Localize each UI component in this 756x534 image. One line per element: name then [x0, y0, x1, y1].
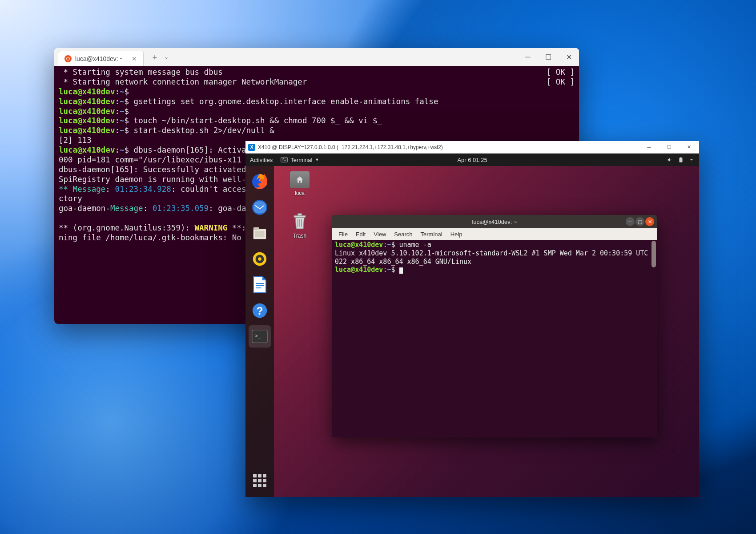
output-line: ** (org.gnome.Nautilus:359):: [59, 223, 195, 232]
maximize-button[interactable]: ☐: [538, 48, 559, 66]
tab-dropdown-icon[interactable]: ⌄: [161, 54, 171, 60]
output-line: Linux x410dev 5.10.102.1-microsoft-stand…: [335, 249, 656, 257]
dock-thunderbird[interactable]: [249, 196, 271, 218]
output-line: 000 pid=181 comm="/usr/libexec/ibus-x11 …: [59, 155, 251, 164]
prompt-user: luca@x410dev: [335, 266, 383, 274]
system-tray[interactable]: [667, 157, 695, 163]
dock-help[interactable]: ?: [249, 299, 271, 322]
menu-file[interactable]: File: [335, 230, 351, 239]
svg-point-7: [258, 257, 261, 261]
help-icon: ?: [251, 302, 268, 319]
menu-help[interactable]: Help: [447, 230, 466, 239]
dock-firefox[interactable]: [249, 170, 271, 193]
x410-window: X X410 @ DISPLAY=127.0.0.1:0.0 (+172.21.…: [245, 141, 699, 497]
dock-show-apps[interactable]: [249, 469, 271, 492]
app-menu[interactable]: Terminal ▼: [281, 157, 319, 163]
output-line: : goa-da: [209, 204, 246, 213]
gnome-terminal-window: luca@x410dev: ~ ─ ▢ ✕ File Edit View Sea…: [332, 215, 657, 437]
firefox-icon: [251, 173, 269, 190]
dock-rhythmbox[interactable]: [249, 248, 271, 270]
chevron-down-icon: [688, 157, 695, 163]
minimize-button[interactable]: ─: [639, 141, 659, 154]
activities-button[interactable]: Activities: [250, 157, 273, 163]
output-line: * Starting system message bus dbus: [59, 68, 223, 77]
chevron-down-icon: ▼: [315, 158, 319, 162]
log-warning: WARNING: [195, 223, 228, 232]
prompt-path: ~: [387, 241, 391, 249]
ubuntu-icon: [64, 55, 72, 62]
dock-terminal[interactable]: >_: [249, 325, 271, 348]
command: touch ~/bin/start-desktop.sh && chmod 70…: [134, 116, 382, 125]
dock-files[interactable]: [249, 222, 271, 244]
x410-titlebar[interactable]: X X410 @ DISPLAY=127.0.0.1:0.0 (+172.21.…: [245, 141, 699, 154]
gnome-terminal-menubar: File Edit View Search Terminal Help: [332, 228, 657, 240]
icon-label: luca: [295, 190, 305, 196]
menu-edit[interactable]: Edit: [352, 230, 369, 239]
log-timestamp: 01:23:34.928: [115, 185, 171, 194]
maximize-button[interactable]: ▢: [635, 217, 644, 226]
desktop-home-folder[interactable]: luca: [290, 171, 310, 196]
output-line: ning file /home/luca/.gtk-bookmarks: No …: [59, 233, 251, 242]
folder-icon: [290, 171, 310, 188]
output-line: ctory: [59, 194, 82, 203]
gnome-desktop[interactable]: Activities Terminal ▼ Apr 6 01:25 luca: [245, 154, 699, 497]
cursor: [399, 267, 403, 274]
prompt-user: luca@x410dev: [59, 116, 115, 125]
dock-libreoffice[interactable]: [249, 274, 271, 296]
svg-rect-9: [256, 285, 264, 286]
output-line: * Starting network connection manager Ne…: [59, 77, 307, 86]
thunderbird-icon: [251, 198, 269, 216]
output-line: 022 x86_64 x86_64 x86_64 GNU/Linux: [335, 258, 471, 266]
x410-title: X410 @ DISPLAY=127.0.0.1:0.0 (+172.21.22…: [258, 144, 443, 150]
prompt-path: ~: [120, 116, 125, 125]
menu-view[interactable]: View: [370, 230, 390, 239]
log-label: Message: [110, 204, 143, 213]
prompt-path: ~: [120, 87, 125, 96]
prompt-user: luca@x410dev: [59, 126, 115, 135]
output-line: goa-daemon-: [59, 204, 110, 213]
prompt-path: ~: [120, 97, 125, 106]
gnome-terminal-output[interactable]: luca@x410dev:~$ uname -a Linux x410dev 5…: [332, 240, 657, 437]
command: start-desktop.sh 2>/dev/null &: [134, 126, 274, 135]
minimize-button[interactable]: ─: [518, 48, 538, 66]
clock[interactable]: Apr 6 01:25: [457, 157, 487, 163]
gnome-terminal-titlebar[interactable]: luca@x410dev: ~ ─ ▢ ✕: [332, 215, 657, 228]
app-menu-label: Terminal: [290, 157, 312, 163]
close-button[interactable]: ✕: [679, 141, 699, 154]
document-icon: [252, 276, 268, 294]
svg-text:?: ?: [256, 305, 263, 317]
prompt-user: luca@x410dev: [59, 146, 115, 154]
x410-icon: X: [248, 144, 255, 151]
prompt-user: luca@x410dev: [335, 241, 383, 249]
command: gsettings set org.gnome.desktop.interfac…: [134, 97, 438, 106]
window-title: luca@x410dev: ~: [472, 218, 517, 225]
menu-search[interactable]: Search: [390, 230, 416, 239]
prompt-path: ~: [120, 107, 125, 116]
music-icon: [251, 251, 268, 267]
gnome-dock: ? >_: [245, 166, 274, 497]
svg-rect-8: [256, 283, 264, 284]
terminal-icon: >_: [251, 329, 268, 344]
prompt-user: luca@x410dev: [59, 97, 115, 106]
windows-terminal-titlebar[interactable]: luca@x410dev: ~ ✕ ＋ ⌄ ─ ☐ ✕: [54, 48, 579, 66]
new-tab-button[interactable]: ＋: [148, 52, 161, 62]
output-line: : couldn't access: [171, 185, 251, 194]
close-button[interactable]: ✕: [645, 217, 654, 226]
scrollbar[interactable]: [651, 241, 656, 267]
terminal-tab[interactable]: luca@x410dev: ~ ✕: [58, 51, 144, 66]
tab-title: luca@x410dev: ~: [75, 55, 124, 62]
desktop-trash[interactable]: Trash: [290, 211, 310, 239]
terminal-icon: [281, 157, 288, 162]
menu-terminal[interactable]: Terminal: [417, 230, 446, 239]
output-line: SpiRegistry daemon is running with well-: [59, 175, 246, 184]
maximize-button[interactable]: ☐: [659, 141, 679, 154]
close-button[interactable]: ✕: [559, 48, 579, 66]
prompt-path: ~: [387, 266, 391, 274]
tab-close-icon[interactable]: ✕: [132, 55, 137, 62]
svg-rect-10: [256, 287, 261, 288]
minimize-button[interactable]: ─: [626, 217, 635, 226]
status-ok: [ OK ]: [547, 77, 575, 87]
output-line: **:: [227, 223, 246, 232]
svg-text:>_: >_: [255, 333, 261, 339]
volume-icon: [667, 157, 673, 163]
